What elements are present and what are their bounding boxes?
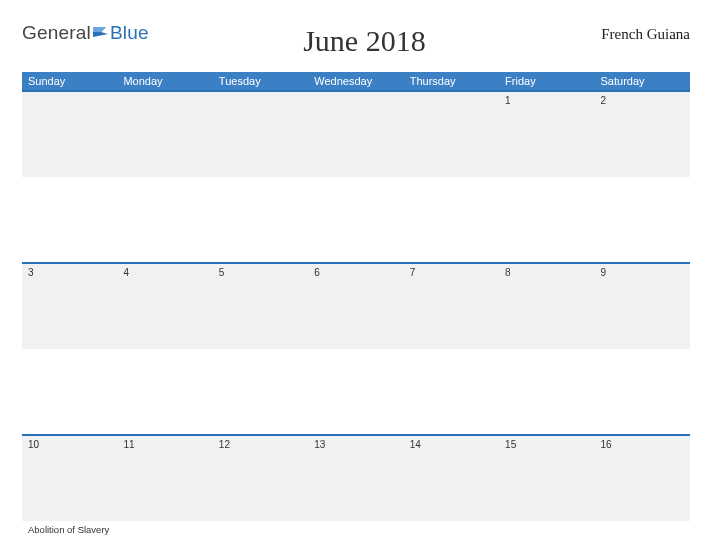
day-cell: [117, 177, 212, 263]
weekday-header: Wednesday: [308, 72, 403, 91]
weekday-header: Monday: [117, 72, 212, 91]
day-cell: [499, 177, 594, 263]
brand-logo: General Blue: [22, 22, 149, 44]
day-number: 2: [595, 91, 690, 177]
day-number: [404, 91, 499, 177]
weekday-header: Friday: [499, 72, 594, 91]
day-cell: [595, 177, 690, 263]
flag-icon: [92, 25, 110, 41]
day-number: 16: [595, 435, 690, 521]
brand-text-blue: Blue: [110, 22, 149, 44]
calendar-body: 1 2 3 4 5 6 7 8 9: [22, 91, 690, 550]
day-cell: [595, 349, 690, 435]
week-row: 1 2: [22, 91, 690, 177]
day-cell: [308, 177, 403, 263]
weekday-header: Thursday: [404, 72, 499, 91]
week-body-row: [22, 177, 690, 263]
day-number: 8: [499, 263, 594, 349]
day-cell: [308, 349, 403, 435]
day-cell: [22, 177, 117, 263]
day-number: [22, 91, 117, 177]
day-number: 1: [499, 91, 594, 177]
day-cell: [308, 521, 403, 550]
day-cell: [213, 177, 308, 263]
day-number: 10: [22, 435, 117, 521]
day-event: Abolition of Slavery: [28, 524, 109, 535]
week-body-row: Abolition of Slavery: [22, 521, 690, 550]
week-body-row: [22, 349, 690, 435]
weekday-header-row: Sunday Monday Tuesday Wednesday Thursday…: [22, 72, 690, 91]
weekday-header: Saturday: [595, 72, 690, 91]
day-cell: [22, 349, 117, 435]
day-number: 7: [404, 263, 499, 349]
calendar: Sunday Monday Tuesday Wednesday Thursday…: [22, 72, 690, 550]
day-number: 5: [213, 263, 308, 349]
day-cell: [117, 349, 212, 435]
day-number: 15: [499, 435, 594, 521]
day-cell: [499, 521, 594, 550]
region-label: French Guiana: [580, 26, 690, 43]
day-cell: [213, 521, 308, 550]
day-number: 12: [213, 435, 308, 521]
day-number: 6: [308, 263, 403, 349]
day-number: [213, 91, 308, 177]
day-cell: Abolition of Slavery: [22, 521, 117, 550]
weekday-header: Sunday: [22, 72, 117, 91]
day-cell: [404, 349, 499, 435]
day-cell: [213, 349, 308, 435]
day-number: [308, 91, 403, 177]
day-number: [117, 91, 212, 177]
day-cell: [595, 521, 690, 550]
day-number: 9: [595, 263, 690, 349]
day-number: 3: [22, 263, 117, 349]
week-row: 3 4 5 6 7 8 9: [22, 263, 690, 349]
day-cell: [499, 349, 594, 435]
week-row: 10 11 12 13 14 15 16: [22, 435, 690, 521]
header: General Blue June 2018 French Guiana: [22, 18, 690, 58]
day-number: 4: [117, 263, 212, 349]
day-cell: [117, 521, 212, 550]
page-title: June 2018: [149, 24, 580, 58]
brand-text-general: General: [22, 22, 91, 44]
day-number: 14: [404, 435, 499, 521]
day-cell: [404, 177, 499, 263]
weekday-header: Tuesday: [213, 72, 308, 91]
day-cell: [404, 521, 499, 550]
day-number: 13: [308, 435, 403, 521]
day-number: 11: [117, 435, 212, 521]
